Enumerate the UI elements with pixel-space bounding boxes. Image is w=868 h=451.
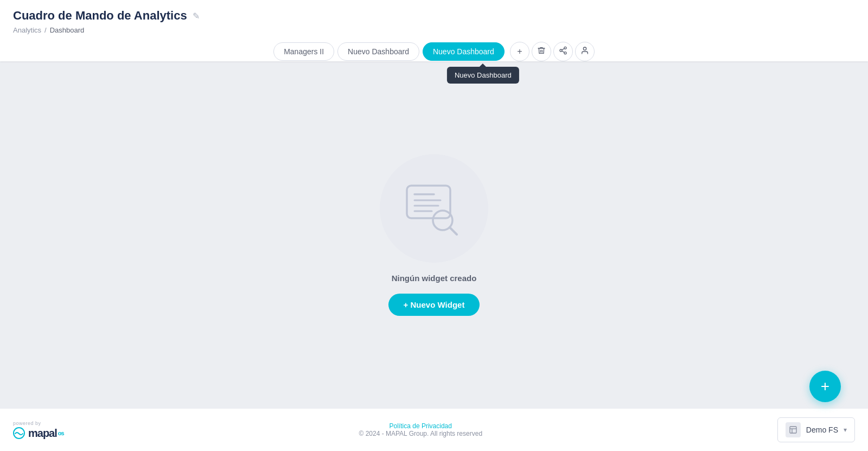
svg-rect-6: [407, 186, 450, 218]
trash-icon: [537, 46, 546, 57]
svg-line-12: [450, 227, 457, 234]
chevron-down-icon: ▾: [844, 426, 847, 434]
tab-managers-ii[interactable]: Managers II: [273, 42, 334, 61]
svg-rect-14: [790, 427, 796, 433]
breadcrumb-parent[interactable]: Analytics: [13, 26, 41, 34]
nuevo-widget-button[interactable]: + Nuevo Widget: [388, 294, 480, 316]
svg-line-4: [562, 48, 565, 50]
mapal-logo: mapalos: [13, 427, 64, 440]
header-top: Cuadro de Mando de Analytics ✎: [13, 9, 855, 23]
breadcrumb-current: Dashboard: [50, 26, 85, 34]
tab-nuevo-dashboard-1[interactable]: Nuevo Dashboard: [337, 42, 419, 61]
breadcrumb-separator: /: [44, 26, 47, 34]
header: Cuadro de Mando de Analytics ✎ Analytics…: [0, 0, 868, 61]
user-icon: [580, 46, 589, 57]
footer-company-selector[interactable]: Demo FS ▾: [777, 417, 855, 442]
page-title: Cuadro de Mando de Analytics: [13, 9, 187, 23]
delete-dashboard-button[interactable]: [532, 42, 551, 61]
footer-logo: powered by mapalos: [13, 421, 64, 440]
tab-nuevo-dashboard-2[interactable]: Nuevo Dashboard: [423, 42, 505, 61]
breadcrumb: Analytics / Dashboard: [13, 26, 855, 34]
fab-button[interactable]: +: [809, 371, 841, 402]
footer: powered by mapalos Política de Privacida…: [0, 408, 868, 451]
company-name: Demo FS: [806, 425, 838, 434]
company-icon: [786, 422, 801, 437]
empty-message: Ningún widget creado: [392, 274, 477, 283]
main-content: Ningún widget creado + Nuevo Widget: [0, 61, 868, 408]
svg-line-3: [562, 51, 565, 53]
plus-icon: +: [517, 47, 522, 56]
svg-point-5: [583, 47, 586, 50]
wave-icon: [13, 427, 25, 439]
share-dashboard-button[interactable]: [553, 42, 573, 61]
empty-icon-bg: [380, 154, 488, 263]
empty-illustration: [401, 181, 467, 236]
tabs-row: Managers II Nuevo Dashboard Nuevo Dashbo…: [13, 42, 855, 61]
footer-center: Política de Privacidad © 2024 - MAPAL Gr…: [359, 422, 482, 437]
edit-icon[interactable]: ✎: [193, 11, 200, 21]
powered-by-text: powered by: [13, 421, 41, 426]
tab-actions: +: [510, 42, 595, 61]
empty-state: Ningún widget creado + Nuevo Widget: [380, 154, 488, 316]
privacy-link[interactable]: Política de Privacidad: [390, 422, 452, 430]
add-dashboard-button[interactable]: +: [510, 42, 529, 61]
user-dashboard-button[interactable]: [575, 42, 595, 61]
copyright-text: © 2024 - MAPAL Group. All rights reserve…: [359, 430, 482, 437]
share-icon: [559, 46, 567, 57]
